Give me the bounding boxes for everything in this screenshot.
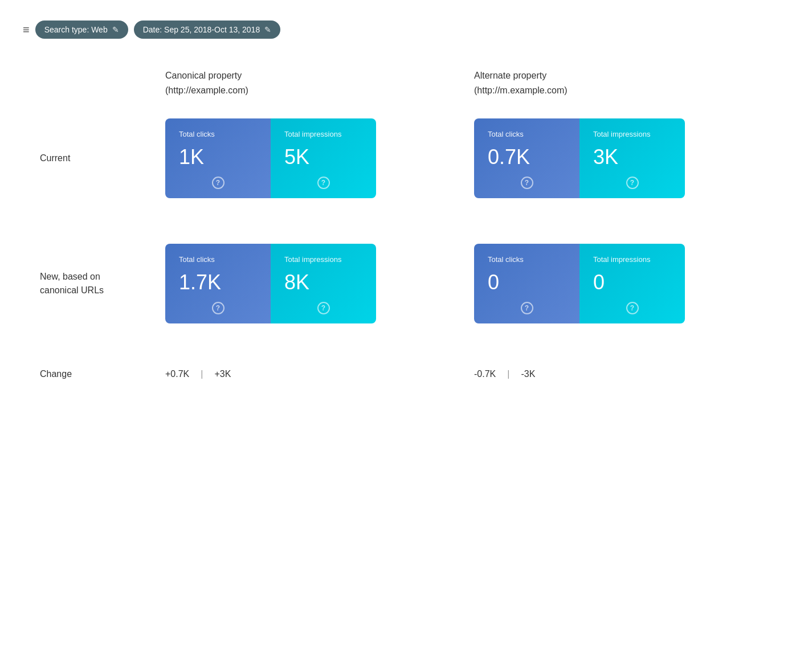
spacer-3 <box>457 210 766 232</box>
new-alternate-clicks-value: 0 <box>488 271 566 297</box>
new-canonical-impressions-help: ? <box>284 302 362 314</box>
current-alternate-clicks-help-icon[interactable]: ? <box>521 177 533 189</box>
spacer-6 <box>457 335 766 358</box>
new-alternate-clicks-label: Total clicks <box>488 255 566 264</box>
current-canonical-clicks-card: Total clicks 1K ? <box>165 118 271 198</box>
alternate-header: Alternate property (http://m.example.com… <box>457 59 766 107</box>
alternate-title: Alternate property <box>474 71 749 81</box>
search-type-edit-icon[interactable]: ✎ <box>112 25 119 34</box>
new-alternate-impressions-help-icon[interactable]: ? <box>626 302 639 314</box>
canonical-header: Canonical property (http://example.com) <box>148 59 457 107</box>
current-canonical-impressions-label: Total impressions <box>284 130 362 138</box>
current-alternate-stats: Total clicks 0.7K ? Total impressions 3K… <box>457 107 766 210</box>
spacer-5 <box>148 335 457 358</box>
new-canonical-clicks-help: ? <box>179 302 257 314</box>
current-canonical-impressions-help: ? <box>284 177 362 189</box>
current-canonical-cards: Total clicks 1K ? Total impressions 5K ? <box>165 118 376 198</box>
date-label: Date: Sep 25, 2018-Oct 13, 2018 <box>143 25 260 34</box>
spacer-2 <box>148 210 457 232</box>
current-canonical-clicks-label: Total clicks <box>179 130 257 138</box>
canonical-change-separator: | <box>201 369 203 379</box>
header-empty-cell <box>34 59 148 107</box>
current-alternate-cards: Total clicks 0.7K ? Total impressions 3K… <box>474 118 685 198</box>
new-canonical-clicks-value: 1.7K <box>179 271 257 297</box>
current-canonical-stats: Total clicks 1K ? Total impressions 5K ? <box>148 107 457 210</box>
alternate-change-separator: | <box>507 369 509 379</box>
comparison-grid: Canonical property (http://example.com) … <box>34 59 766 391</box>
alternate-impressions-change: -3K <box>521 369 535 379</box>
date-edit-icon[interactable]: ✎ <box>264 25 271 34</box>
new-canonical-stats: Total clicks 1.7K ? Total impressions 8K… <box>148 232 457 335</box>
new-alternate-impressions-help: ? <box>593 302 671 314</box>
canonical-impressions-change: +3K <box>214 369 231 379</box>
spacer-1 <box>34 210 148 232</box>
search-type-chip[interactable]: Search type: Web ✎ <box>35 21 128 39</box>
date-chip[interactable]: Date: Sep 25, 2018-Oct 13, 2018 ✎ <box>134 21 280 39</box>
current-canonical-impressions-card: Total impressions 5K ? <box>271 118 376 198</box>
filter-bar: ≡ Search type: Web ✎ Date: Sep 25, 2018-… <box>11 11 789 48</box>
new-alternate-clicks-help-icon[interactable]: ? <box>521 302 533 314</box>
new-alternate-clicks-card: Total clicks 0 ? <box>474 244 579 323</box>
new-alternate-impressions-card: Total impressions 0 ? <box>579 244 685 323</box>
canonical-clicks-change: +0.7K <box>165 369 189 379</box>
current-alternate-impressions-help: ? <box>593 177 671 189</box>
canonical-change-values: +0.7K | +3K <box>148 358 457 391</box>
change-row-label: Change <box>34 358 148 391</box>
current-canonical-impressions-help-icon[interactable]: ? <box>317 177 330 189</box>
spacer-4 <box>34 335 148 358</box>
current-alternate-clicks-value: 0.7K <box>488 145 566 172</box>
current-canonical-clicks-help: ? <box>179 177 257 189</box>
main-content: Canonical property (http://example.com) … <box>11 48 789 402</box>
new-row-label: New, based on canonical URLs <box>34 232 148 335</box>
canonical-url: (http://example.com) <box>165 85 440 96</box>
change-label-text: Change <box>40 369 72 379</box>
search-type-label: Search type: Web <box>44 25 108 34</box>
current-canonical-impressions-value: 5K <box>284 145 362 172</box>
new-label-text: New, based on canonical URLs <box>40 270 104 297</box>
new-canonical-impressions-value: 8K <box>284 271 362 297</box>
new-alternate-clicks-help: ? <box>488 302 566 314</box>
current-alternate-clicks-card: Total clicks 0.7K ? <box>474 118 579 198</box>
alternate-url: (http://m.example.com) <box>474 85 749 96</box>
current-label-text: Current <box>40 151 70 165</box>
current-alternate-impressions-value: 3K <box>593 145 671 172</box>
new-canonical-clicks-card: Total clicks 1.7K ? <box>165 244 271 323</box>
current-alternate-clicks-label: Total clicks <box>488 130 566 138</box>
new-alternate-impressions-value: 0 <box>593 271 671 297</box>
new-canonical-impressions-help-icon[interactable]: ? <box>317 302 330 314</box>
new-canonical-cards: Total clicks 1.7K ? Total impressions 8K… <box>165 244 376 323</box>
new-canonical-clicks-label: Total clicks <box>179 255 257 264</box>
current-alternate-impressions-card: Total impressions 3K ? <box>579 118 685 198</box>
current-row-label: Current <box>34 107 148 210</box>
current-alternate-clicks-help: ? <box>488 177 566 189</box>
new-alternate-stats: Total clicks 0 ? Total impressions 0 ? <box>457 232 766 335</box>
canonical-title: Canonical property <box>165 71 440 81</box>
filter-icon[interactable]: ≡ <box>23 23 30 36</box>
new-canonical-impressions-card: Total impressions 8K ? <box>271 244 376 323</box>
new-canonical-impressions-label: Total impressions <box>284 255 362 264</box>
alternate-clicks-change: -0.7K <box>474 369 496 379</box>
alternate-change-values: -0.7K | -3K <box>457 358 766 391</box>
current-alternate-impressions-help-icon[interactable]: ? <box>626 177 639 189</box>
current-canonical-clicks-help-icon[interactable]: ? <box>212 177 225 189</box>
new-alternate-cards: Total clicks 0 ? Total impressions 0 ? <box>474 244 685 323</box>
current-alternate-impressions-label: Total impressions <box>593 130 671 138</box>
current-canonical-clicks-value: 1K <box>179 145 257 172</box>
new-canonical-clicks-help-icon[interactable]: ? <box>212 302 225 314</box>
new-alternate-impressions-label: Total impressions <box>593 255 671 264</box>
